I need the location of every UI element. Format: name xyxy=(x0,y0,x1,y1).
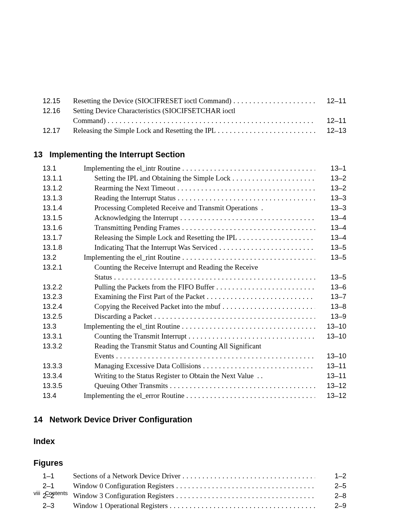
entry-page: 13–12 xyxy=(315,391,346,401)
toc-entry: 13.1.1Setting the IPL and Obtaining the … xyxy=(43,173,346,183)
entry-title: Setting Device Characteristics (SIOCIFSE… xyxy=(73,106,315,116)
toc-entry: 13.1Implementing the el_intr Routine13–1 xyxy=(43,163,346,173)
entry-title: Reading the Transmit Status and Counting… xyxy=(84,341,315,351)
entry-page: 2–9 xyxy=(315,501,346,511)
entry-number: 12.16 xyxy=(43,106,73,116)
entry-number: 13.1.2 xyxy=(43,184,84,193)
entry-title: Writing to the Status Register to Obtain… xyxy=(84,371,315,381)
toc-entry: 13.1.6Transmitting Pending Frames13–4 xyxy=(43,223,346,233)
entry-page: 13–2 xyxy=(315,174,346,183)
entry-title: Window 1 Operational Registers xyxy=(73,501,315,511)
toc-entry: 13.3Implementing the el_tint Routine13–1… xyxy=(43,321,346,331)
entry-number: 13.1.8 xyxy=(43,243,84,252)
entry-number: 12.17 xyxy=(43,126,73,136)
entry-number: 13.4 xyxy=(43,391,84,401)
toc-entry-continuation: Command) 12–11 xyxy=(43,116,346,126)
entry-number: 13.1.4 xyxy=(43,203,84,213)
toc-entry: 13.1.3Reading the Interrupt Status13–3 xyxy=(43,193,346,203)
entry-page: 12–11 xyxy=(315,96,346,106)
page-footer: viii Contents xyxy=(33,490,68,496)
toc-entry-continuation: Events13–10 xyxy=(43,351,346,361)
toc-entry: 12.15 Resetting the Device (SIOCIFRESET … xyxy=(43,96,346,106)
index-heading: Index xyxy=(33,437,346,446)
entry-page: 12–13 xyxy=(315,126,346,136)
entry-page: 2–8 xyxy=(315,491,346,501)
entry-number: 13.3.5 xyxy=(43,381,84,391)
toc-entry-continuation: Status13–5 xyxy=(43,272,346,282)
entry-page: 13–12 xyxy=(315,381,346,391)
chapter-number: 14 xyxy=(33,415,49,425)
toc-entry: 13.2.5Discarding a Packet13–9 xyxy=(43,312,346,321)
entry-page: 13–4 xyxy=(315,213,346,223)
entry-number: 13.2.3 xyxy=(43,292,84,302)
entry-title: Setting the IPL and Obtaining the Simple… xyxy=(84,173,315,183)
entry-page: 13–5 xyxy=(315,243,346,252)
entry-number: 13.2.1 xyxy=(43,263,84,272)
toc-entry: 13.2.4Copying the Received Packet into t… xyxy=(43,302,346,312)
chapter-number: 13 xyxy=(33,150,49,160)
entry-title: Discarding a Packet xyxy=(84,312,315,321)
entry-number: 13.3.4 xyxy=(43,371,84,381)
entry-page: 13–11 xyxy=(315,371,346,381)
entry-number: 1–1 xyxy=(43,471,73,481)
entry-page: 2–5 xyxy=(315,481,346,491)
figures-heading: Figures xyxy=(33,459,346,468)
entry-title: Processing Completed Receive and Transmi… xyxy=(84,203,315,213)
entry-number: 13.3.1 xyxy=(43,332,84,341)
entry-title: Pulling the Packets from the FIFO Buffer xyxy=(84,282,315,292)
toc-entry: 13.3.2Reading the Transmit Status and Co… xyxy=(43,341,346,351)
toc-page: 12.15 Resetting the Device (SIOCIFRESET … xyxy=(0,0,411,532)
entry-title: Copying the Received Packet into the mbu… xyxy=(84,302,315,312)
entry-title: Window 3 Configuration Registers xyxy=(73,491,315,501)
entry-page: 13–4 xyxy=(315,223,346,233)
entry-page: 13–3 xyxy=(315,193,346,203)
entry-title: Managing Excessive Data Collisions xyxy=(84,361,315,371)
entry-number: 12.15 xyxy=(43,96,73,106)
toc-entry: 13.1.4Processing Completed Receive and T… xyxy=(43,203,346,213)
entry-title: Window 0 Configuration Registers xyxy=(73,481,315,491)
entry-page: 13–2 xyxy=(315,184,346,193)
figure-entry: 1–1Sections of a Network Device Driver1–… xyxy=(43,471,346,481)
entry-number: 13.3 xyxy=(43,322,84,331)
entry-title: Implementing the el_intr Routine xyxy=(84,163,315,173)
toc-entry: 13.1.8Indicating That the Interrupt Was … xyxy=(43,243,346,252)
chapter-title: Network Device Driver Configuration xyxy=(49,415,192,425)
entry-page: 12–11 xyxy=(315,116,346,126)
entry-title: Rearming the Next Timeout xyxy=(84,183,315,193)
toc-entry: 13.1.7Releasing the Simple Lock and Rese… xyxy=(43,233,346,243)
entry-page: 13–8 xyxy=(315,302,346,312)
entry-number: 13.3.3 xyxy=(43,361,84,371)
entry-title: Implementing the el_rint Routine xyxy=(84,252,315,262)
entry-title: Queuing Other Transmits xyxy=(84,381,315,391)
toc-entry: 12.17 Releasing the Simple Lock and Rese… xyxy=(43,126,346,136)
toc-entry: 13.2Implementing the el_rint Routine13–5 xyxy=(43,252,346,262)
entry-page: 13–10 xyxy=(315,322,346,331)
entry-page: 13–5 xyxy=(315,253,346,262)
entry-page: 13–9 xyxy=(315,312,346,321)
toc-entry: 13.1.2Rearming the Next Timeout13–2 xyxy=(43,183,346,193)
chapter-heading-14: 14 Network Device Driver Configuration xyxy=(33,415,346,425)
entry-title: Transmitting Pending Frames xyxy=(84,223,315,233)
entry-title-cont: Command) xyxy=(73,116,315,126)
entry-title: Resetting the Device (SIOCIFRESET ioctl … xyxy=(73,96,315,106)
toc-entry: 13.3.4Writing to the Status Register to … xyxy=(43,371,346,381)
toc-entry: 13.2.2Pulling the Packets from the FIFO … xyxy=(43,282,346,292)
entry-title: Counting the Transmit Interrupt xyxy=(84,331,315,341)
entry-title: Examining the First Part of the Packet xyxy=(84,292,315,302)
entry-title: Sections of a Network Device Driver xyxy=(73,471,315,481)
entry-number: 2–3 xyxy=(43,501,73,511)
entry-page: 13–4 xyxy=(315,233,346,243)
entry-page: 13–10 xyxy=(315,351,346,361)
chapter-heading-13: 13 Implementing the Interrupt Section xyxy=(33,150,346,160)
entry-number: 13.2.5 xyxy=(43,312,84,321)
entry-title: Reading the Interrupt Status xyxy=(84,193,315,203)
entry-title: Counting the Receive Interrupt and Readi… xyxy=(84,262,315,272)
toc-entry: 13.3.1Counting the Transmit Interrupt13–… xyxy=(43,331,346,341)
entry-title: Releasing the Simple Lock and Resetting … xyxy=(73,126,315,136)
entry-title-cont: Status xyxy=(84,272,315,282)
entry-number: 13.1.7 xyxy=(43,233,84,243)
footer-label: Contents xyxy=(45,490,68,496)
entry-number: 13.2.4 xyxy=(43,302,84,312)
toc-block-figures: 1–1Sections of a Network Device Driver1–… xyxy=(43,471,346,511)
toc-block-ch13: 13.1Implementing the el_intr Routine13–1… xyxy=(43,163,346,401)
